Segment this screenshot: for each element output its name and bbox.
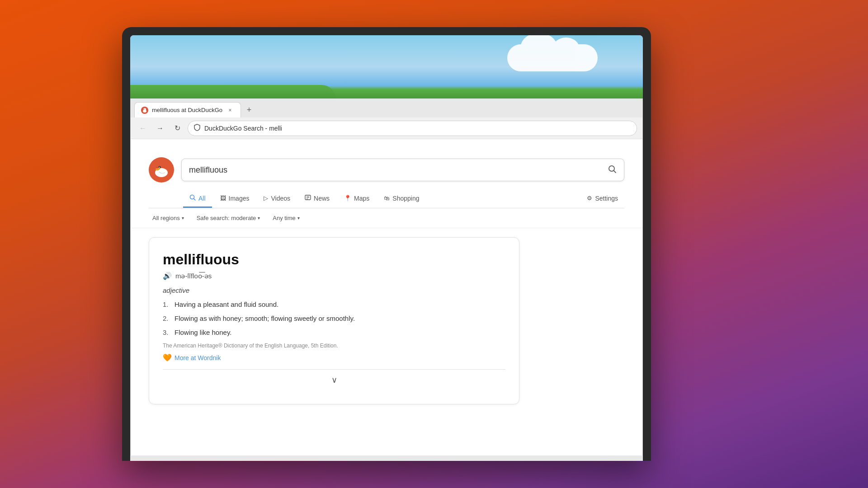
svg-point-7 — [159, 167, 160, 168]
part-of-speech: adjective — [163, 286, 505, 294]
browser-tab-active[interactable]: mellifluous at DuckDuckGo × — [134, 102, 241, 117]
safesearch-label: Safe search: moderate — [197, 215, 256, 221]
tab-all[interactable]: All — [183, 190, 212, 208]
tab-favicon — [141, 107, 148, 114]
time-arrow: ▾ — [297, 216, 300, 221]
tab-close-button[interactable]: × — [226, 106, 234, 114]
ddg-logo — [149, 157, 174, 183]
svg-line-10 — [614, 170, 616, 173]
navigation-bar: ← → ↻ DuckDuckGo Search - melli — [131, 117, 642, 139]
definitions-list: 1. Having a pleasant and fluid sound. 2.… — [163, 300, 505, 336]
time-filter[interactable]: Any time ▾ — [269, 213, 303, 223]
time-label: Any time — [273, 215, 296, 221]
sound-icon[interactable]: 🔊 — [163, 272, 172, 280]
images-icon: 🖼 — [220, 195, 226, 202]
videos-icon: ▷ — [264, 195, 268, 202]
definition-1: 1. Having a pleasant and fluid sound. — [163, 300, 505, 308]
regions-label: All regions — [152, 215, 180, 221]
safesearch-filter[interactable]: Safe search: moderate ▾ — [193, 213, 264, 223]
definition-3: 3. Flowing like honey. — [163, 328, 505, 336]
maps-icon: 📍 — [344, 195, 351, 202]
def-text-1: Having a pleasant and fluid sound. — [175, 300, 278, 308]
results-area: mellifluous 🔊 mə-lĭfloo͞-əs adjective 1.… — [131, 228, 642, 413]
shopping-icon: 🛍 — [384, 195, 390, 202]
screen-background — [130, 35, 643, 99]
shield-icon — [193, 124, 201, 132]
dictionary-card: mellifluous 🔊 mə-lĭfloo͞-əs adjective 1.… — [149, 237, 519, 404]
definition-2: 2. Flowing as with honey; smooth; flowin… — [163, 314, 505, 322]
news-icon — [305, 194, 311, 202]
search-box[interactable]: mellifluous — [181, 159, 624, 181]
svg-line-12 — [194, 199, 196, 201]
back-button[interactable]: ← — [136, 122, 150, 135]
tab-all-label: All — [198, 195, 206, 202]
tab-maps[interactable]: 📍 Maps — [338, 190, 376, 208]
tab-bar: mellifluous at DuckDuckGo × + — [131, 99, 642, 117]
laptop-screen: mellifluous at DuckDuckGo × + ← → ↻ Duck… — [130, 35, 643, 461]
browser-window: mellifluous at DuckDuckGo × + ← → ↻ Duck… — [130, 99, 643, 455]
tab-news[interactable]: News — [298, 190, 336, 208]
tab-news-label: News — [314, 195, 330, 202]
cloud — [507, 44, 598, 71]
tab-shopping[interactable]: 🛍 Shopping — [377, 190, 425, 208]
search-button[interactable] — [608, 164, 617, 176]
safesearch-arrow: ▾ — [258, 216, 260, 221]
refresh-button[interactable]: ↻ — [170, 122, 184, 135]
sub-filter-bar: All regions ▾ Safe search: moderate ▾ An… — [131, 208, 642, 228]
laptop-frame: mellifluous at DuckDuckGo × + ← → ↻ Duck… — [122, 27, 651, 461]
def-text-2: Flowing as with honey; smooth; flowing s… — [175, 314, 355, 322]
tab-maps-label: Maps — [354, 195, 369, 202]
def-num-3: 3. — [163, 328, 170, 336]
address-bar[interactable]: DuckDuckGo Search - melli — [188, 121, 637, 136]
regions-filter[interactable]: All regions ▾ — [149, 213, 188, 223]
tab-images-label: Images — [229, 195, 250, 202]
tab-shopping-label: Shopping — [392, 195, 419, 202]
address-text: DuckDuckGo Search - melli — [204, 125, 631, 132]
def-text-3: Flowing like honey. — [175, 328, 231, 336]
settings-icon: ⚙ — [587, 195, 592, 202]
svg-point-3 — [144, 108, 145, 109]
def-num-1: 1. — [163, 300, 170, 308]
heart-icon: 🧡 — [163, 353, 172, 362]
browser-content: mellifluous — [131, 139, 642, 455]
search-area: mellifluous — [131, 148, 642, 208]
wordnik-label: More at Wordnik — [175, 354, 221, 361]
tab-videos[interactable]: ▷ Videos — [257, 190, 297, 208]
all-icon — [189, 194, 196, 202]
wordnik-link[interactable]: 🧡 More at Wordnik — [163, 353, 505, 362]
regions-arrow: ▾ — [182, 216, 184, 221]
tab-images[interactable]: 🖼 Images — [214, 190, 256, 208]
tab-settings-label: Settings — [595, 195, 618, 202]
tab-videos-label: Videos — [271, 195, 290, 202]
dict-pronunciation: 🔊 mə-lĭfloo͞-əs — [163, 272, 505, 280]
card-expand-button[interactable]: ∨ — [163, 369, 505, 390]
new-tab-button[interactable]: + — [243, 103, 255, 116]
tab-label: mellifluous at DuckDuckGo — [152, 107, 222, 113]
filter-tabs: All 🖼 Images ▷ Videos — [149, 190, 624, 208]
grass — [130, 85, 335, 99]
pronunciation-text: mə-lĭfloo͞-əs — [175, 272, 212, 280]
dict-word: mellifluous — [163, 251, 505, 268]
dictionary-source: The American Heritage® Dictionary of the… — [163, 343, 505, 349]
search-row: mellifluous — [149, 157, 624, 183]
tab-settings[interactable]: ⚙ Settings — [580, 190, 624, 208]
forward-button[interactable]: → — [153, 122, 167, 135]
def-num-2: 2. — [163, 314, 170, 322]
search-query: mellifluous — [189, 165, 608, 175]
